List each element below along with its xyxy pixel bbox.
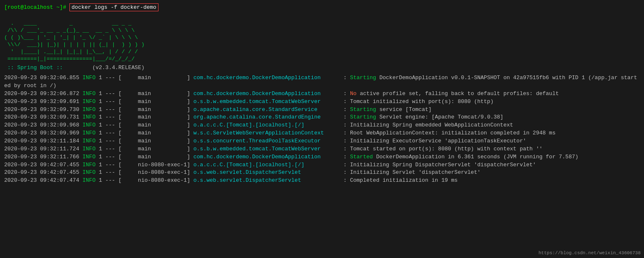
terminal: [root@localhost ~]# docker logs -f docke… [4, 3, 640, 185]
log-line: 2020-09-23 09:32:06.855 INFO 1 --- [ mai… [4, 74, 640, 90]
command-input[interactable]: docker logs -f docker-demo [69, 3, 158, 11]
prompt-user: [root@localhost ~]# [4, 4, 66, 10]
log-line: 2020-09-23 09:42:07.474 INFO 1 --- [ nio… [4, 177, 640, 185]
log-line: 2020-09-23 09:32:09.691 INFO 1 --- [ mai… [4, 98, 640, 106]
log-line: 2020-09-23 09:32:06.872 INFO 1 --- [ mai… [4, 90, 640, 98]
log-line: 2020-09-23 09:42:07.455 INFO 1 --- [ nio… [4, 161, 640, 169]
watermark: https://blog.csdn.net/weixin_43606738 [539, 250, 641, 257]
log-container: 2020-09-23 09:32:06.855 INFO 1 --- [ mai… [4, 74, 640, 185]
log-line: 2020-09-23 09:32:11.766 INFO 1 --- [ mai… [4, 153, 640, 161]
spring-ascii-art: . ____ _ __ _ _ /\\ / ___'_ __ _ _(_)_ _… [4, 13, 640, 63]
spring-boot-line: :: Spring Boot :: (v2.3.4.RELEASE) [4, 64, 640, 72]
spring-version: (v2.3.4.RELEASE) [66, 64, 144, 71]
prompt-line: [root@localhost ~]# docker logs -f docke… [4, 3, 640, 12]
log-line: 2020-09-23 09:32:11.184 INFO 1 --- [ mai… [4, 137, 640, 145]
spring-label: :: Spring Boot :: [4, 64, 63, 71]
log-line: 2020-09-23 09:32:09.730 INFO 1 --- [ mai… [4, 106, 640, 114]
log-line: 2020-09-23 09:32:09.731 INFO 1 --- [ mai… [4, 114, 640, 121]
log-line: 2020-09-23 09:32:09.969 INFO 1 --- [ mai… [4, 129, 640, 137]
log-line: 2020-09-23 09:42:07.455 INFO 1 --- [ nio… [4, 169, 640, 177]
log-line: 2020-09-23 09:32:09.968 INFO 1 --- [ mai… [4, 121, 640, 129]
log-line: 2020-09-23 09:32:11.724 INFO 1 --- [ mai… [4, 145, 640, 153]
